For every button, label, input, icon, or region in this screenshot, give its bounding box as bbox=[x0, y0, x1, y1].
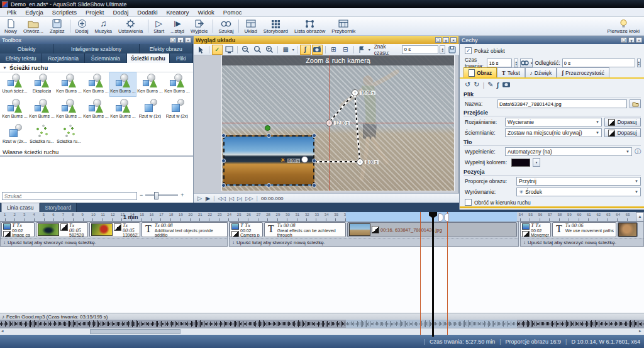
grid-dropdown-arrow[interactable]: ▾ bbox=[292, 47, 294, 52]
zoom-out-icon[interactable] bbox=[240, 45, 251, 55]
tab-obraz[interactable]: Obraz bbox=[464, 67, 497, 77]
playhead-line[interactable] bbox=[432, 212, 434, 337]
save-button[interactable]: Zapisz bbox=[47, 18, 68, 35]
motion-paths-section-header[interactable]: ▼ Ścieżki ruchu bbox=[0, 63, 193, 72]
fill-select[interactable]: Automatyczny (na)▼ bbox=[505, 147, 632, 156]
rotate-ccw-icon[interactable]: ↺ bbox=[465, 81, 470, 89]
tab-dzwiek[interactable]: ♪Dźwięk bbox=[525, 67, 557, 77]
monitor-icon[interactable] bbox=[224, 45, 235, 55]
tab-linia-czasu[interactable]: Linia czasu bbox=[1, 203, 40, 212]
rotate-direction-checkbox[interactable] bbox=[465, 199, 472, 206]
file-name-input[interactable] bbox=[497, 99, 627, 108]
motion-path-item[interactable]: Usuń ścież... bbox=[1, 72, 28, 97]
pin-button[interactable]: ┰ bbox=[628, 37, 635, 43]
fade-out-select[interactable]: Zostaw na miejscu(nie ukrywaj)▼ bbox=[505, 128, 602, 137]
step-back-fast-icon[interactable]: ◁◁ bbox=[218, 196, 226, 201]
selected-image-object[interactable]: ☀ 0.00 s bbox=[223, 135, 314, 186]
motion-path-item[interactable]: Ścieżka ru... bbox=[55, 122, 82, 147]
info-icon[interactable]: ⓘ bbox=[635, 147, 641, 156]
tab-efekty-obrazu[interactable]: Efekty obrazu bbox=[140, 44, 193, 53]
start-from-here-button[interactable]: |▶ ...stąd bbox=[167, 18, 187, 35]
step-forward-fast-icon[interactable]: ▷▷ bbox=[245, 196, 253, 201]
ruler-scroll-arrow[interactable]: ▲ bbox=[636, 212, 644, 222]
waypoint-marker[interactable]: + bbox=[352, 89, 358, 96]
insert-keyframe-icon[interactable]: ⊞ bbox=[328, 45, 339, 55]
restore-button[interactable]: ❏ bbox=[170, 37, 176, 43]
menu-projekt[interactable]: Projekt bbox=[81, 9, 109, 16]
resize-handle[interactable] bbox=[312, 159, 316, 163]
new-button[interactable]: Nowy bbox=[1, 18, 20, 35]
tab-obiekty[interactable]: Obiekty bbox=[0, 44, 53, 53]
first-steps-button[interactable]: Pierwsze kroki bbox=[604, 18, 643, 35]
timeline-item[interactable]: T Tx00:02Camera p bbox=[230, 222, 263, 237]
zoom-in-plus[interactable]: + bbox=[180, 192, 184, 198]
drop-track-hint[interactable]: ↓Upuść tutaj aby stworzyć nową ścieżkę. bbox=[230, 238, 518, 246]
motion-path-icon[interactable]: ʃ bbox=[497, 81, 499, 89]
time-mark-spinner[interactable]: ▴▾ bbox=[440, 45, 445, 54]
motion-path-item[interactable]: Rzut w (2x) bbox=[164, 97, 191, 122]
motion-path-item[interactable]: Ken Burns ... bbox=[109, 72, 136, 97]
music-button[interactable]: ♫ Muzyka bbox=[92, 18, 116, 35]
flag-icon[interactable] bbox=[357, 45, 367, 55]
zoom-fit-icon[interactable] bbox=[252, 45, 263, 55]
rotate-cw-icon[interactable]: ↻ bbox=[474, 81, 479, 89]
tab-sciemniania[interactable]: Ściemniania bbox=[85, 53, 127, 63]
timeline-item[interactable] bbox=[618, 222, 638, 237]
tab-przezroczystosc[interactable]: ʃPrzezroczystość bbox=[557, 67, 609, 77]
scroll-right-arrow[interactable]: ▸ bbox=[639, 328, 641, 334]
timeline-item[interactable]: Tx 00:05582528_29343218 bbox=[36, 222, 88, 237]
waypoint-marker[interactable]: + bbox=[326, 120, 333, 126]
timeline-item[interactable]: T Tx00:02Image ca bbox=[1, 222, 35, 237]
audio-waveform[interactable] bbox=[0, 320, 644, 328]
motion-path-item[interactable]: Ken Burns ... bbox=[28, 97, 55, 122]
select-tool-icon[interactable] bbox=[196, 45, 206, 55]
motion-path-item[interactable]: Rzut w (1x) bbox=[136, 97, 164, 122]
zoom-in-icon[interactable] bbox=[264, 45, 275, 55]
search-input[interactable] bbox=[2, 192, 137, 200]
add-button[interactable]: Dodaj bbox=[72, 18, 92, 35]
sun-keyframe-icon[interactable]: ☀ bbox=[280, 157, 286, 164]
timeline-ruler[interactable]: 1234567891011121314151617181920212223242… bbox=[0, 212, 644, 222]
play-from-icon[interactable]: |▶ bbox=[205, 196, 210, 201]
duration-input[interactable] bbox=[487, 59, 512, 67]
timeline-item[interactable]: T Tx 00:08Additional text objects provid… bbox=[142, 222, 228, 237]
tab-sciezki-ruchu[interactable]: Ścieżki ruchu bbox=[127, 53, 169, 63]
motion-path-icon[interactable]: ʃ bbox=[300, 45, 311, 55]
restore-button[interactable]: ❏ bbox=[435, 37, 441, 43]
menu-plik[interactable]: Plik bbox=[3, 9, 21, 16]
tab-tekst[interactable]: TTekst bbox=[497, 67, 525, 77]
fade-in-select[interactable]: Wycieranie▼ bbox=[505, 118, 602, 126]
rotation-handle[interactable] bbox=[265, 125, 270, 131]
motion-path-item[interactable]: Ken Burns ... bbox=[55, 97, 82, 122]
menu-widok[interactable]: Widok bbox=[193, 9, 218, 16]
resize-handle[interactable] bbox=[312, 133, 316, 138]
menu-kreatory[interactable]: Kreatory bbox=[162, 9, 194, 16]
resize-handle[interactable] bbox=[267, 133, 271, 138]
tab-pliki[interactable]: Pliki bbox=[170, 53, 194, 63]
apply-check-icon[interactable]: ✓ bbox=[212, 45, 223, 55]
save-time-mark-icon[interactable] bbox=[447, 45, 457, 55]
tab-storyboard[interactable]: Storyboard bbox=[40, 203, 77, 212]
motion-path-item[interactable]: Ken Burns ... bbox=[55, 72, 82, 97]
timeline-item[interactable]: T Tx 00:08Great effects can be achieved … bbox=[264, 222, 346, 237]
thumbnail-zoom-slider[interactable]: − + bbox=[140, 192, 184, 198]
camera-icon[interactable] bbox=[502, 81, 511, 89]
toolbox-view-button[interactable]: Przybornik bbox=[328, 18, 358, 35]
flag-dropdown-arrow[interactable]: ▾ bbox=[369, 47, 370, 52]
restore-button[interactable]: ❏ bbox=[621, 37, 627, 43]
zoom-out-minus[interactable]: − bbox=[140, 192, 143, 198]
pin-button[interactable]: ┰ bbox=[177, 37, 184, 43]
motion-path-item[interactable]: Ken Burns ... bbox=[1, 97, 28, 122]
menu-dodaj[interactable]: Dodaj bbox=[108, 9, 133, 16]
pen-icon[interactable]: ✎ bbox=[487, 81, 493, 89]
playhead-marker[interactable] bbox=[444, 213, 449, 222]
layout-view-button[interactable]: Układ bbox=[241, 18, 260, 35]
drop-track-hint[interactable]: ↓Upuść tutaj aby stworzyć nową ścieżkę. bbox=[521, 238, 643, 246]
tab-efekty-tekstu[interactable]: Efekty tekstu bbox=[0, 53, 42, 63]
camera-icon[interactable] bbox=[312, 45, 323, 55]
browse-file-button[interactable] bbox=[630, 99, 641, 108]
close-icon[interactable]: × bbox=[636, 37, 642, 43]
color-dropdown[interactable]: ▾ bbox=[533, 158, 540, 167]
show-object-checkbox[interactable]: ✓ bbox=[465, 47, 472, 54]
motion-path-item[interactable]: Ken Burns ... bbox=[136, 72, 164, 97]
